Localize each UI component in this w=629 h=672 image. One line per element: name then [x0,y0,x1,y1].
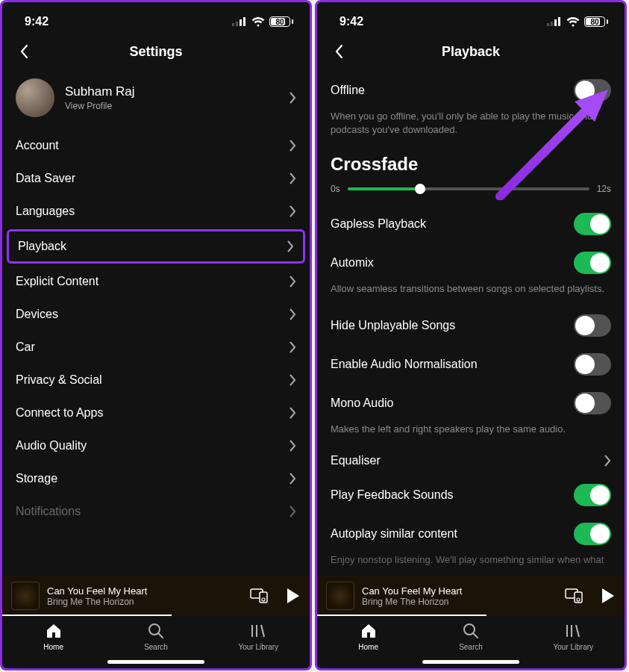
tab-search[interactable]: Search [104,622,207,651]
svg-line-20 [473,633,478,638]
autoplay-description: Enjoy nonstop listening. We'll play some… [317,553,625,570]
row-automix: Automix [317,243,625,282]
hide-unplayable-toggle[interactable] [574,314,611,337]
home-icon [45,622,63,640]
row-notifications[interactable]: Notifications [2,495,310,528]
automix-toggle[interactable] [574,252,611,274]
battery-icon: 80 [269,16,293,27]
row-label: Explicit Content [16,275,98,288]
home-indicator[interactable] [107,660,204,664]
tab-home[interactable]: Home [2,622,104,651]
svg-rect-14 [554,19,557,26]
connect-device-button[interactable] [250,588,269,603]
tab-library[interactable]: Your Library [207,622,310,651]
header: Playback [317,35,625,71]
playback-progress [317,615,486,616]
tab-home[interactable]: Home [317,622,419,651]
track-artist: Bring Me The Horizon [362,597,557,607]
row-equaliser[interactable]: Equaliser [317,446,625,476]
svg-line-8 [158,633,163,638]
header: Settings [2,35,310,71]
row-storage[interactable]: Storage [2,462,310,495]
chevron-right-icon [290,374,296,386]
tab-library[interactable]: Your Library [522,622,625,651]
crossfade-slider[interactable] [348,187,589,190]
chevron-right-icon [290,407,296,419]
play-button[interactable] [286,588,301,604]
track-title: Can You Feel My Heart [362,585,557,597]
svg-rect-13 [551,22,553,26]
chevron-left-icon [19,44,28,59]
row-audio-normalisation: Enable Audio Normalisation [317,345,625,384]
row-audio-quality[interactable]: Audio Quality [2,429,310,462]
row-connect-to-apps[interactable]: Connect to Apps [2,396,310,429]
row-label: Enable Audio Normalisation [331,358,478,371]
autoplay-toggle[interactable] [574,523,611,545]
tab-bar: Home Search Your Library [317,616,625,656]
library-icon [564,622,582,640]
normalisation-toggle[interactable] [574,353,611,376]
status-time: 9:42 [25,15,48,28]
page-title: Settings [2,44,310,60]
row-devices[interactable]: Devices [2,298,310,331]
svg-rect-2 [240,19,242,26]
offline-toggle[interactable] [574,79,611,102]
row-privacy-social[interactable]: Privacy & Social [2,364,310,396]
row-data-saver[interactable]: Data Saver [2,162,310,195]
chevron-right-icon [290,140,296,152]
chevron-right-icon [287,240,294,252]
page-title: Playback [317,44,625,60]
back-button[interactable] [13,40,35,63]
chevron-right-icon [290,473,296,485]
gapless-toggle[interactable] [574,213,611,235]
battery-icon: 80 [584,16,608,27]
row-offline: Offline [317,71,625,110]
row-gapless-playback: Gapless Playback [317,205,625,243]
row-label: Offline [331,84,365,97]
playback-settings-list[interactable]: Offline When you go offline, you'll only… [317,71,625,576]
row-play-feedback-sounds: Play Feedback Sounds [317,476,625,514]
row-label: Languages [16,205,75,218]
profile-name: Subham Raj [65,84,290,99]
row-label: Privacy & Social [16,373,102,387]
row-label: Hide Unplayable Songs [331,319,455,332]
connect-device-button[interactable] [565,588,584,603]
row-car[interactable]: Car [2,331,310,364]
automix-description: Allow seamless transitions between songs… [317,282,625,306]
home-indicator[interactable] [422,660,519,664]
row-hide-unplayable: Hide Unplayable Songs [317,306,625,345]
feedback-sounds-toggle[interactable] [574,484,611,506]
mono-audio-toggle[interactable] [574,392,611,414]
profile-subtitle: View Profile [65,101,290,111]
playback-progress [2,615,172,616]
svg-rect-3 [243,17,245,26]
tab-label: Home [43,643,63,651]
play-button[interactable] [601,588,616,604]
status-indicators: 80 [232,16,293,27]
chevron-right-icon [290,205,296,217]
settings-list[interactable]: Subham Raj View Profile Account Data Sav… [2,71,310,576]
row-playback[interactable]: Playback [7,229,305,264]
row-languages[interactable]: Languages [2,195,310,228]
chevron-right-icon [290,341,296,353]
svg-line-11 [261,625,264,637]
tab-search[interactable]: Search [419,622,522,651]
play-icon [286,588,301,604]
library-icon [249,622,267,640]
row-label: Audio Quality [16,439,87,452]
row-label: Storage [16,472,57,485]
now-playing-bar[interactable]: Can You Feel My Heart Bring Me The Horiz… [317,576,625,616]
crossfade-heading: Crossfade [317,146,625,181]
profile-row[interactable]: Subham Raj View Profile [2,71,310,129]
back-button[interactable] [328,40,350,63]
mono-description: Makes the left and right speakers play t… [317,423,625,447]
now-playing-bar[interactable]: Can You Feel My Heart Bring Me The Horiz… [2,576,310,616]
status-indicators: 80 [547,16,608,27]
row-account[interactable]: Account [2,129,310,162]
svg-line-23 [576,625,579,637]
phone-left-settings: 9:42 80 Settings Subham Raj View Profile… [0,0,312,671]
row-explicit-content[interactable]: Explicit Content [2,265,310,298]
row-label: Mono Audio [331,396,394,410]
cellular-icon [547,17,562,26]
avatar [16,78,54,117]
